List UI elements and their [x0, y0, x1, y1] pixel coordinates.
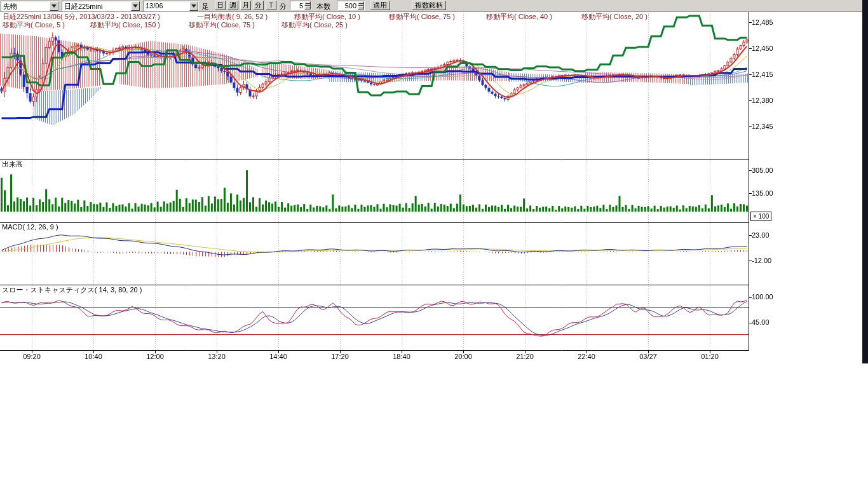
- app-window: 先物 日経225mini 13/06 足 日 週 月 分 T 分 5 本数 50…: [0, 0, 868, 488]
- instrument-type-value: 先物: [3, 2, 17, 11]
- time-axis-label: 13:20: [204, 353, 229, 360]
- timeframe-month-button[interactable]: 月: [240, 1, 251, 10]
- price-axis-label: 12,450: [752, 44, 773, 52]
- stoch-axis-label: 100.00: [752, 293, 773, 301]
- time-axis-label: 01:20: [697, 353, 722, 360]
- timeframe-week-button[interactable]: 週: [227, 1, 238, 10]
- stochastics-panel-label: スロー・ストキャスティクス( 14, 3, 80, 20 ): [2, 285, 142, 295]
- ma5-label: 移動平均( Close, 5 ): [3, 20, 65, 30]
- macd-axis-label: -12.00: [752, 257, 771, 264]
- volume-axis-label: 305.00: [752, 166, 773, 174]
- time-axis-label: 12:00: [142, 353, 168, 360]
- time-axis-label: 03/27: [635, 353, 661, 360]
- symbol-select[interactable]: 日経225mini: [62, 1, 140, 11]
- ma75b-label: 移動平均( Close, 75 ): [189, 20, 255, 30]
- chevron-down-icon[interactable]: [50, 1, 58, 11]
- time-axis-label: 09:20: [19, 353, 44, 360]
- time-axis-label: 14:40: [266, 353, 291, 360]
- volume-axis-label: 135.00: [752, 189, 773, 197]
- contract-month-select[interactable]: 13/06: [143, 1, 199, 11]
- timeframe-tick-button[interactable]: T: [266, 1, 276, 10]
- timeframe-label: 足: [202, 2, 209, 11]
- time-axis-label: 20:00: [451, 353, 476, 360]
- price-axis-label: 12,345: [752, 123, 773, 130]
- time-axis-label: 18:40: [389, 353, 414, 360]
- vertical-scrollbar[interactable]: [862, 0, 868, 363]
- macd-axis-label: 23.00: [752, 231, 770, 239]
- time-axis-label: 22:40: [574, 353, 599, 360]
- bar-count-label: 本数: [316, 2, 330, 11]
- bar-count-value: 500: [345, 2, 356, 10]
- ma75-label: 移動平均( Close, 75 ): [389, 12, 455, 22]
- multi-symbol-button[interactable]: 複数銘柄: [412, 1, 446, 10]
- apply-button[interactable]: 適用: [370, 1, 390, 10]
- price-axis-label: 12,415: [752, 71, 773, 78]
- spinner-down-icon[interactable]: [304, 6, 311, 10]
- bar-count-spinner[interactable]: 500: [337, 1, 365, 10]
- minute-count-value: 5: [299, 2, 303, 10]
- minute-unit-label: 分: [280, 2, 287, 11]
- stoch-axis-label: 45.00: [752, 318, 770, 326]
- chart-canvas[interactable]: [0, 11, 756, 355]
- chevron-down-icon[interactable]: [131, 1, 140, 11]
- price-axis-label: 12,380: [752, 97, 773, 104]
- time-axis-label: 17:20: [327, 353, 353, 360]
- ma25-label: 移動平均( Close, 25 ): [281, 20, 348, 30]
- time-axis-label: 10:40: [81, 353, 106, 360]
- volume-panel-label: 出来高: [2, 159, 23, 169]
- macd-panel-label: MACD( 12, 26, 9 ): [2, 223, 58, 231]
- time-axis-label: 21:20: [512, 353, 538, 360]
- volume-multiplier-badge: × 100: [750, 212, 771, 221]
- price-axis-label: 12,485: [752, 18, 773, 26]
- toolbar: 先物 日経225mini 13/06 足 日 週 月 分 T 分 5 本数 50…: [0, 0, 868, 12]
- timeframe-minute-button[interactable]: 分: [253, 1, 264, 10]
- minute-count-spinner[interactable]: 5: [290, 1, 311, 10]
- timeframe-day-button[interactable]: 日: [215, 1, 226, 10]
- ma40-label: 移動平均( Close, 40 ): [486, 12, 552, 22]
- instrument-type-select[interactable]: 先物: [1, 1, 59, 11]
- symbol-value: 日経225mini: [64, 2, 103, 11]
- ma20-label: 移動平均( Close, 20 ): [581, 12, 648, 22]
- spinner-down-icon[interactable]: [358, 6, 364, 10]
- chevron-down-icon[interactable]: [189, 1, 198, 11]
- contract-month-value: 13/06: [146, 2, 163, 10]
- ma150-label: 移動平均( Close, 150 ): [90, 20, 160, 30]
